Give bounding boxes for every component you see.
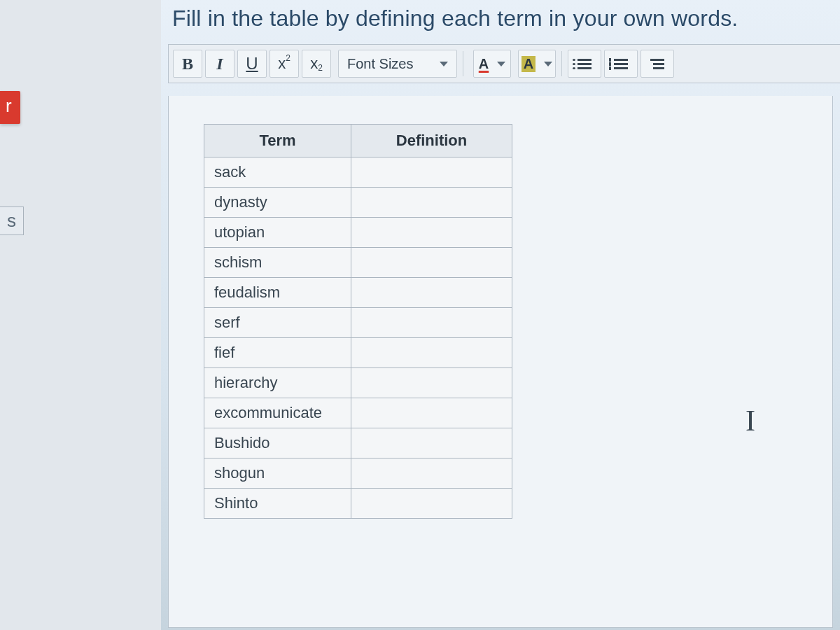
term-cell[interactable]: serf <box>204 308 351 338</box>
toolbar-separator <box>561 51 562 76</box>
term-cell[interactable]: excommunicate <box>204 398 351 428</box>
term-cell[interactable]: dynasty <box>204 188 351 218</box>
table-row[interactable]: utopian <box>204 218 512 248</box>
term-cell[interactable]: Bushido <box>204 428 351 458</box>
table-header-row: Term Definition <box>204 125 512 158</box>
definition-cell[interactable] <box>351 158 512 188</box>
table-row[interactable]: Bushido <box>204 428 512 458</box>
indent-button[interactable] <box>640 50 674 78</box>
definition-cell[interactable] <box>351 398 512 428</box>
table-row[interactable]: excommunicate <box>204 398 512 428</box>
term-cell[interactable]: feudalism <box>204 278 351 308</box>
sidebar-red-tab[interactable]: r <box>0 91 20 124</box>
table-row[interactable]: feudalism <box>204 278 512 308</box>
editor-content-area[interactable]: Term Definition sackdynastyutopianschism… <box>168 96 833 628</box>
term-cell[interactable]: shogun <box>204 458 351 489</box>
font-sizes-label: Font Sizes <box>347 56 413 72</box>
definition-cell[interactable] <box>351 308 512 338</box>
table-row[interactable]: sack <box>204 158 512 188</box>
text-color-button[interactable]: A <box>473 50 511 78</box>
text-cursor-icon: I <box>746 404 755 438</box>
definition-cell[interactable] <box>351 188 512 218</box>
sidebar-s-tab[interactable]: s <box>0 206 24 235</box>
definition-cell[interactable] <box>351 218 512 248</box>
subscript-base: x <box>310 55 318 73</box>
chevron-down-icon <box>544 62 552 66</box>
definition-cell[interactable] <box>351 338 512 368</box>
font-sizes-select[interactable]: Font Sizes <box>338 50 457 78</box>
subscript-exp: 2 <box>318 63 323 73</box>
table-row[interactable]: dynasty <box>204 188 512 218</box>
term-cell[interactable]: utopian <box>204 218 351 248</box>
editor-toolbar: B I U x2 x2 Font Sizes A A <box>168 44 840 83</box>
bold-button[interactable]: B <box>173 50 202 78</box>
term-cell[interactable]: hierarchy <box>204 368 351 398</box>
instruction-text: Fill in the table by defining each term … <box>161 0 840 44</box>
italic-button[interactable]: I <box>205 50 234 78</box>
chevron-down-icon <box>440 62 448 66</box>
superscript-button[interactable]: x2 <box>270 50 299 78</box>
bold-label: B <box>182 55 193 74</box>
toolbar-separator <box>463 51 463 76</box>
table-row[interactable]: Shinto <box>204 489 512 519</box>
header-definition: Definition <box>351 125 512 158</box>
definition-cell[interactable] <box>351 428 512 458</box>
table-row[interactable]: shogun <box>204 458 512 489</box>
numbered-list-button[interactable] <box>604 50 638 78</box>
terms-table[interactable]: Term Definition sackdynastyutopianschism… <box>204 124 512 519</box>
highlight-color-button[interactable]: A <box>518 50 556 78</box>
table-row[interactable]: fief <box>204 338 512 368</box>
term-cell[interactable]: schism <box>204 248 351 278</box>
sidebar-s-tab-label: s <box>7 210 16 231</box>
definition-cell[interactable] <box>351 278 512 308</box>
main-area: Fill in the table by defining each term … <box>161 0 840 630</box>
numbered-list-icon <box>614 59 628 69</box>
term-cell[interactable]: sack <box>204 158 351 188</box>
underline-button[interactable]: U <box>237 50 267 78</box>
bullet-list-button[interactable] <box>568 50 601 78</box>
superscript-base: x <box>278 55 286 73</box>
definition-cell[interactable] <box>351 248 512 278</box>
table-row[interactable]: serf <box>204 308 512 338</box>
sidebar-red-tab-label: r <box>6 95 12 116</box>
definition-cell[interactable] <box>351 368 512 398</box>
highlight-color-icon: A <box>522 56 536 72</box>
term-cell[interactable]: Shinto <box>204 489 351 519</box>
bullet-list-icon <box>578 59 592 69</box>
indent-icon <box>650 59 664 69</box>
underline-label: U <box>246 54 258 74</box>
header-term: Term <box>204 125 351 158</box>
definition-cell[interactable] <box>351 458 512 489</box>
chevron-down-icon <box>497 62 505 66</box>
term-cell[interactable]: fief <box>204 338 351 368</box>
subscript-button[interactable]: x2 <box>302 50 331 78</box>
left-sidebar: r s <box>0 0 161 630</box>
text-color-icon: A <box>479 56 489 72</box>
superscript-exp: 2 <box>286 53 290 63</box>
table-row[interactable]: schism <box>204 248 512 278</box>
table-row[interactable]: hierarchy <box>204 368 512 398</box>
italic-label: I <box>216 55 223 74</box>
definition-cell[interactable] <box>351 489 512 519</box>
